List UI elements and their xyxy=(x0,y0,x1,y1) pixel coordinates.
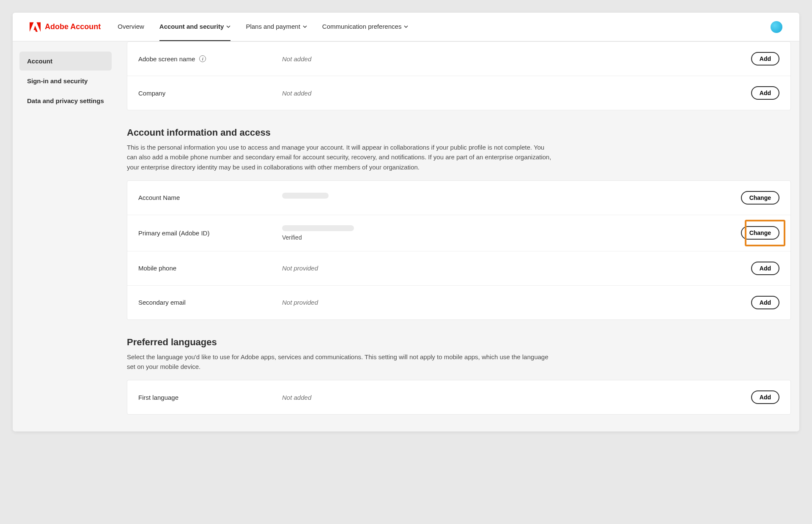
change-button[interactable]: Change xyxy=(741,191,779,205)
info-icon[interactable]: i xyxy=(199,55,206,62)
brand-title: Adobe Account xyxy=(45,22,101,31)
section-account-info: Account information and access This is t… xyxy=(127,127,791,320)
label-text: Adobe screen name xyxy=(138,55,195,63)
section-description: This is the personal information you use… xyxy=(127,142,554,172)
row-screen-name: Adobe screen name i Not added Add xyxy=(127,42,790,76)
brand[interactable]: Adobe Account xyxy=(30,22,101,32)
value-text: Not added xyxy=(282,90,311,97)
nav-communication-label: Communication preferences xyxy=(322,23,402,30)
app-frame: Adobe Account Overview Account and secur… xyxy=(13,13,799,431)
sidebar: Account Sign-in and security Data and pr… xyxy=(13,41,118,431)
main-content: Adobe screen name i Not added Add Compan… xyxy=(118,41,799,431)
nav-plans-payment-label: Plans and payment xyxy=(246,23,300,30)
label-text: Mobile phone xyxy=(138,265,176,272)
row-value: Not added xyxy=(282,394,751,401)
label-text: Primary email (Adobe ID) xyxy=(138,229,209,237)
row-account-name: Account Name Change xyxy=(127,181,790,215)
row-value: Not provided xyxy=(282,299,751,306)
add-button[interactable]: Add xyxy=(751,390,779,404)
nav-overview-label: Overview xyxy=(118,23,144,30)
row-value: Verified xyxy=(282,225,741,241)
nav-account-security[interactable]: Account and security xyxy=(159,13,231,41)
row-label: Secondary email xyxy=(138,299,282,306)
label-text: Secondary email xyxy=(138,299,186,306)
section-title: Account information and access xyxy=(127,127,791,138)
row-label: Account Name xyxy=(138,194,282,201)
redacted-value xyxy=(282,225,354,231)
redacted-value xyxy=(282,193,329,199)
account-info-card: Account Name Change Primary email (Adobe… xyxy=(127,180,791,320)
row-primary-email: Primary email (Adobe ID) Verified Change xyxy=(127,215,790,251)
add-button[interactable]: Add xyxy=(751,262,779,275)
topbar: Adobe Account Overview Account and secur… xyxy=(13,13,799,41)
nav-account-security-label: Account and security xyxy=(159,23,224,30)
value-text: Not provided xyxy=(282,265,318,272)
sidebar-item-label: Account xyxy=(27,57,52,65)
row-first-language: First language Not added Add xyxy=(127,380,790,414)
row-action: Add xyxy=(751,390,779,404)
sidebar-item-account[interactable]: Account xyxy=(19,52,112,71)
sidebar-item-label: Data and privacy settings xyxy=(27,97,104,104)
label-text: Company xyxy=(138,90,165,97)
add-button[interactable]: Add xyxy=(751,52,779,66)
label-text: First language xyxy=(138,394,178,401)
profile-card: Adobe screen name i Not added Add Compan… xyxy=(127,41,791,110)
verified-status: Verified xyxy=(282,234,741,241)
value-text: Not added xyxy=(282,394,311,401)
nav-overview[interactable]: Overview xyxy=(118,13,144,41)
change-button[interactable]: Change xyxy=(741,226,779,240)
value-text: Not added xyxy=(282,55,311,63)
sidebar-item-signin-security[interactable]: Sign-in and security xyxy=(19,71,112,90)
chevron-down-icon xyxy=(404,25,408,29)
row-company: Company Not added Add xyxy=(127,76,790,110)
row-value xyxy=(282,193,741,202)
languages-card: First language Not added Add xyxy=(127,380,791,415)
adobe-logo-icon xyxy=(30,22,41,32)
section-title: Preferred languages xyxy=(127,337,791,348)
row-action: Add xyxy=(751,52,779,66)
add-button[interactable]: Add xyxy=(751,296,779,309)
row-value: Not provided xyxy=(282,265,751,272)
sidebar-item-label: Sign-in and security xyxy=(27,77,88,85)
row-action: Change xyxy=(741,226,779,240)
row-value: Not added xyxy=(282,90,751,97)
row-action: Add xyxy=(751,262,779,275)
row-action: Change xyxy=(741,191,779,205)
nav-plans-payment[interactable]: Plans and payment xyxy=(246,13,307,41)
chevron-down-icon xyxy=(226,25,230,29)
section-description: Select the language you'd like to use fo… xyxy=(127,352,554,372)
row-value: Not added xyxy=(282,55,751,63)
section-languages: Preferred languages Select the language … xyxy=(127,337,791,415)
nav-communication[interactable]: Communication preferences xyxy=(322,13,409,41)
row-label: Primary email (Adobe ID) xyxy=(138,229,282,237)
value-text: Not provided xyxy=(282,299,318,306)
chevron-down-icon xyxy=(303,25,307,29)
row-action: Add xyxy=(751,86,779,100)
body: Account Sign-in and security Data and pr… xyxy=(13,41,799,431)
sidebar-item-data-privacy[interactable]: Data and privacy settings xyxy=(19,91,112,110)
row-label: First language xyxy=(138,394,282,401)
top-nav: Overview Account and security Plans and … xyxy=(118,13,408,41)
row-label: Adobe screen name i xyxy=(138,55,282,63)
row-label: Mobile phone xyxy=(138,265,282,272)
label-text: Account Name xyxy=(138,194,180,201)
row-secondary-email: Secondary email Not provided Add xyxy=(127,286,790,319)
row-action: Add xyxy=(751,296,779,309)
add-button[interactable]: Add xyxy=(751,86,779,100)
avatar[interactable] xyxy=(771,21,782,33)
row-mobile-phone: Mobile phone Not provided Add xyxy=(127,251,790,286)
row-label: Company xyxy=(138,90,282,97)
